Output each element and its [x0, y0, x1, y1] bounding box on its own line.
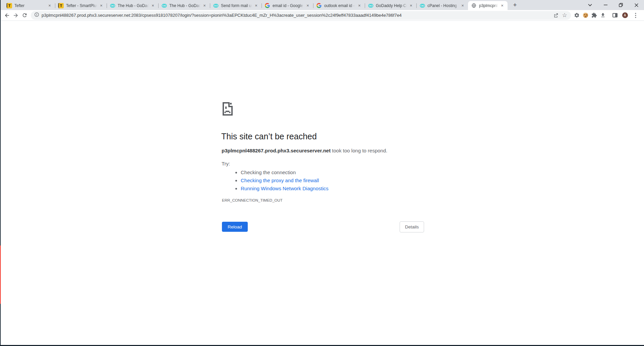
tab-search-chevron-icon[interactable]: [582, 0, 598, 10]
share-icon[interactable]: [551, 11, 560, 20]
tab-close-icon[interactable]: ×: [47, 3, 52, 8]
godaddy-icon: [213, 3, 219, 8]
tab-close-icon[interactable]: ×: [460, 3, 465, 8]
extensions-puzzle-icon[interactable]: [590, 11, 598, 20]
tab-tefter-smartplus[interactable]: T Tefter - SmartPlus ×: [55, 1, 107, 10]
bookmark-star-icon[interactable]: ☆: [560, 11, 569, 20]
globe-icon: [471, 3, 477, 8]
tabs-container: T Tefter × T Tefter - SmartPlus × The Hu…: [1, 0, 520, 10]
tab-the-hub-2[interactable]: The Hub - GoDadd ×: [158, 1, 210, 10]
error-title: This site can’t be reached: [221, 132, 317, 141]
godaddy-icon: [110, 3, 115, 8]
tab-tefter[interactable]: T Tefter ×: [3, 1, 55, 10]
suggestion-item: Running Windows Network Diagnostics: [241, 185, 329, 193]
tab-send-form-mail[interactable]: Send form mail usi ×: [210, 1, 261, 10]
google-icon: [316, 3, 322, 8]
window-controls: [582, 0, 644, 10]
tab-close-icon[interactable]: ×: [500, 3, 505, 8]
side-panel-icon[interactable]: [610, 11, 619, 20]
tab-title: email id - Google S: [273, 3, 304, 8]
tab-active-p3plmcpnl[interactable]: p3plmcpnl488267. ×: [468, 1, 508, 10]
minimize-icon[interactable]: [598, 0, 613, 10]
tab-godaddy-help[interactable]: GoDaddy Help Cen ×: [365, 1, 416, 10]
tab-close-icon[interactable]: ×: [99, 3, 104, 8]
cookie-extension-icon[interactable]: [581, 11, 590, 20]
close-window-icon[interactable]: [629, 0, 644, 10]
error-page: This site can’t be reached p3plmcpnl4882…: [1, 21, 644, 345]
tefter-icon: T: [7, 3, 12, 8]
details-button[interactable]: Details: [400, 221, 424, 232]
error-message: p3plmcpnl488267.prod.phx3.secureserver.n…: [222, 148, 387, 153]
adblock-extension-icon[interactable]: [572, 11, 581, 20]
url-text: p3plmcpnl488267.prod.phx3.secureserver.n…: [42, 13, 551, 18]
tab-cpanel-hosting[interactable]: cPanel - Hosting ×: [416, 1, 468, 10]
godaddy-icon: [368, 3, 373, 8]
tab-title: p3plmcpnl488267.: [479, 3, 498, 8]
tab-title: The Hub - GoDadd: [118, 3, 149, 8]
reload-button[interactable]: Reload: [222, 222, 248, 232]
tab-title: The Hub - GoDadd: [169, 3, 200, 8]
tab-close-icon[interactable]: ×: [150, 3, 156, 8]
toolbar-extensions-area: A: [572, 11, 644, 20]
new-tab-button[interactable]: +: [510, 0, 520, 10]
restore-icon[interactable]: [613, 0, 629, 10]
try-label: Try:: [222, 161, 230, 166]
tab-title: outlook email id - O: [324, 3, 355, 8]
address-bar[interactable]: p3plmcpnl488267.prod.phx3.secureserver.n…: [31, 11, 571, 20]
suggestion-item: Checking the connection: [241, 168, 329, 177]
tab-close-icon[interactable]: ×: [202, 3, 207, 8]
forward-icon[interactable]: [11, 11, 20, 20]
profile-avatar[interactable]: A: [621, 11, 629, 20]
tab-the-hub-1[interactable]: The Hub - GoDadd ×: [107, 1, 158, 10]
network-diagnostics-link[interactable]: Running Windows Network Diagnostics: [241, 186, 329, 191]
tab-title: GoDaddy Help Cen: [376, 3, 407, 8]
tab-close-icon[interactable]: ×: [305, 3, 310, 8]
tab-strip: T Tefter × T Tefter - SmartPlus × The Hu…: [1, 0, 644, 10]
tab-title: Tefter - SmartPlus: [66, 3, 97, 8]
downloads-icon[interactable]: [598, 11, 607, 20]
suggestion-item: Checking the proxy and the firewall: [241, 177, 329, 185]
tab-title: Send form mail usi: [221, 3, 252, 8]
godaddy-icon: [420, 3, 425, 8]
google-icon: [265, 3, 270, 8]
avatar-letter: A: [622, 12, 628, 18]
proxy-firewall-link[interactable]: Checking the proxy and the firewall: [241, 178, 319, 183]
tab-close-icon[interactable]: ×: [408, 3, 414, 8]
tefter-icon: T: [58, 3, 64, 8]
error-host: p3plmcpnl488267.prod.phx3.secureserver.n…: [222, 148, 331, 153]
back-icon[interactable]: [3, 11, 11, 20]
menu-kebab-icon[interactable]: [631, 11, 640, 20]
tab-email-id-google[interactable]: email id - Google S ×: [261, 1, 313, 10]
godaddy-icon: [162, 3, 167, 8]
tab-title: Tefter: [14, 3, 46, 8]
browser-toolbar: p3plmcpnl488267.prod.phx3.secureserver.n…: [1, 10, 644, 21]
sad-page-icon: [222, 102, 233, 117]
error-code: ERR_CONNECTION_TIMED_OUT: [222, 198, 283, 202]
tab-close-icon[interactable]: ×: [253, 3, 259, 8]
tab-outlook-email-id[interactable]: outlook email id - O ×: [313, 1, 365, 10]
page-info-icon[interactable]: [34, 12, 39, 18]
reload-icon[interactable]: [20, 11, 29, 20]
tab-title: cPanel - Hosting: [427, 3, 459, 8]
browser-window: T Tefter × T Tefter - SmartPlus × The Hu…: [1, 0, 644, 345]
tab-close-icon[interactable]: ×: [357, 3, 362, 8]
background-window-red-sliver: [0, 246, 1, 304]
suggestion-list: Checking the connection Checking the pro…: [235, 168, 329, 192]
